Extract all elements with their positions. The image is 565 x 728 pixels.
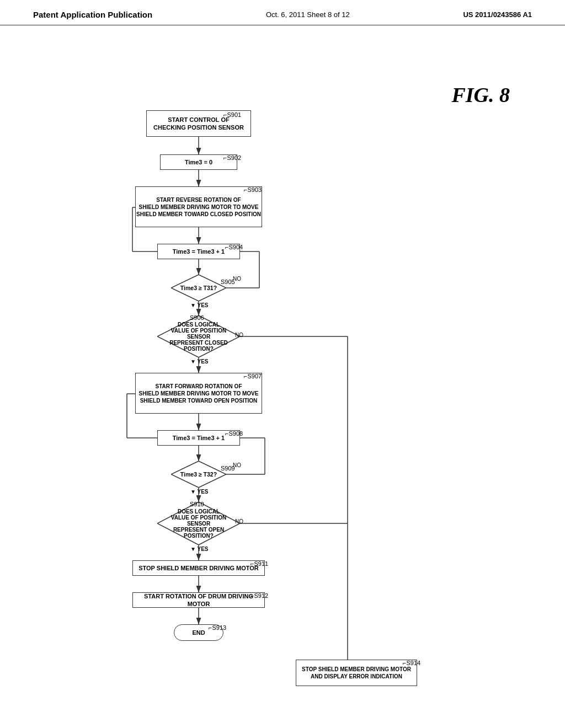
node-S910: DOES LOGICALVALUE OF POSITION SENSORREPR… [157, 502, 240, 545]
no-label-S906: NO [235, 332, 243, 338]
yes-label-S905: ▼ YES [190, 302, 209, 308]
step-S904: ⌐S904 [225, 244, 243, 250]
step-S908: ⌐S908 [225, 430, 243, 437]
step-S906: S906 [190, 314, 204, 321]
step-S903: ⌐S903 [244, 186, 262, 193]
node-S914: STOP SHIELD MEMBER DRIVING MOTORAND DISP… [296, 660, 417, 686]
page: Patent Application Publication Oct. 6, 2… [0, 0, 565, 728]
step-S910: S910 [190, 501, 204, 507]
yes-label-S906: ▼ YES [190, 358, 209, 365]
node-S905: Time3 ≥ T31? [171, 275, 226, 301]
no-label-S909: NO [233, 462, 241, 468]
step-S913: ⌐S913 [209, 624, 226, 631]
node-S906: DOES LOGICALVALUE OF POSITION SENSORREPR… [157, 315, 240, 357]
step-S912: ⌐S912 [250, 592, 268, 599]
figure-label: FIG. 8 [451, 83, 510, 107]
page-header: Patent Application Publication Oct. 6, 2… [0, 0, 565, 25]
step-S902: ⌐S902 [223, 154, 241, 161]
patent-number-label: US 2011/0243586 A1 [463, 10, 532, 19]
node-S903: START REVERSE ROTATION OFSHIELD MEMBER D… [135, 186, 262, 227]
node-S909: Time3 ≥ T32? [171, 461, 226, 488]
no-label-S910: NO [235, 518, 243, 524]
step-S914: ⌐S914 [403, 660, 420, 666]
step-S907: ⌐S907 [244, 373, 262, 379]
date-sheet-label: Oct. 6, 2011 Sheet 8 of 12 [266, 10, 350, 19]
step-S911: ⌐S911 [250, 560, 268, 567]
publication-label: Patent Application Publication [33, 10, 152, 19]
node-S912: START ROTATION OF DRUM DRIVING MOTOR [132, 592, 265, 608]
step-S901: ⌐S901 [223, 111, 241, 118]
node-S907: START FORWARD ROTATION OFSHIELD MEMBER D… [135, 373, 262, 414]
yes-label-S910: ▼ YES [190, 546, 209, 552]
no-label-S905: NO [233, 276, 241, 282]
yes-label-S909: ▼ YES [190, 489, 209, 495]
node-S911: STOP SHIELD MEMBER DRIVING MOTOR [132, 560, 265, 576]
